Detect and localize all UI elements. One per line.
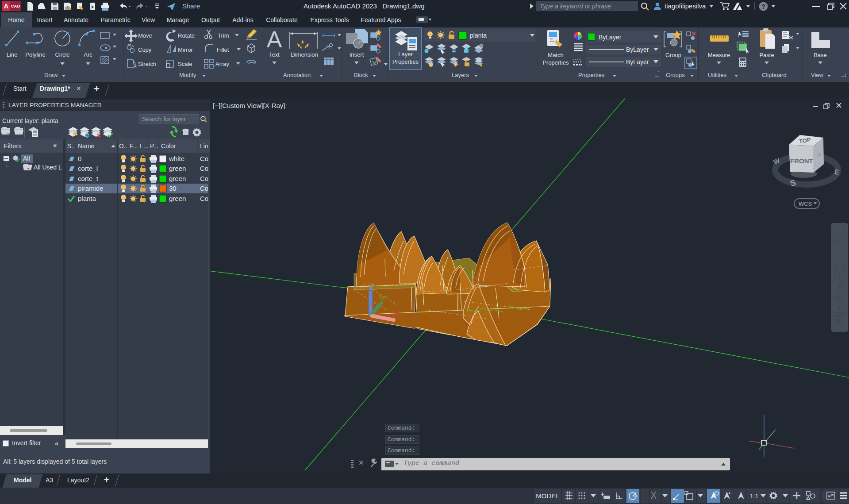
svg-text:ByLayer: ByLayer (626, 58, 649, 65)
svg-text:Fillet: Fillet (217, 46, 229, 53)
svg-text:Match: Match (548, 52, 563, 58)
svg-text:Mirror: Mirror (178, 46, 193, 53)
svg-text:Arc: Arc (84, 51, 92, 58)
svg-text:green: green (169, 165, 186, 172)
svg-text:Stretch: Stretch (138, 61, 156, 67)
svg-text:1:1: 1:1 (750, 492, 759, 500)
svg-text:Text: Text (269, 51, 280, 58)
svg-text:A: A (267, 27, 282, 52)
svg-text:S: S (789, 177, 797, 188)
svg-text:Paste: Paste (759, 52, 774, 58)
svg-text:Dimension: Dimension (291, 51, 318, 58)
svg-text:Polyline: Polyline (25, 51, 46, 58)
svg-text:Move: Move (138, 32, 152, 39)
svg-text:planta: planta (470, 32, 487, 39)
svg-text:Properties: Properties (542, 59, 569, 66)
svg-text:Co: Co (200, 175, 208, 182)
svg-text:Circle: Circle (55, 51, 69, 58)
svg-text:FRONT: FRONT (790, 157, 813, 165)
svg-text:green: green (169, 195, 186, 202)
svg-text:Co: Co (200, 185, 208, 192)
svg-text:Line: Line (7, 51, 18, 58)
svg-text:Scale: Scale (178, 61, 192, 67)
svg-text:Copy: Copy (138, 46, 152, 53)
svg-text:Rotate: Rotate (178, 32, 195, 39)
svg-text:Base: Base (814, 52, 827, 58)
svg-text:white: white (169, 155, 184, 162)
svg-text:30: 30 (169, 185, 177, 192)
svg-text:Co: Co (200, 165, 208, 172)
svg-text:green: green (169, 175, 186, 182)
svg-text:[−][Custom View][X-Ray]:: [−][Custom View][X-Ray]: (213, 102, 287, 109)
svg-text:Insert: Insert (350, 51, 364, 58)
svg-text:ByLayer: ByLayer (626, 46, 649, 53)
svg-text:Trim: Trim (218, 32, 229, 39)
svg-text:Array: Array (215, 61, 230, 67)
svg-text:Measure: Measure (708, 52, 730, 58)
svg-text:Group: Group (665, 52, 681, 58)
svg-text:WCS: WCS (799, 200, 812, 207)
svg-text:Co: Co (200, 155, 208, 162)
svg-text:ByLayer: ByLayer (599, 34, 622, 41)
svg-text:Co: Co (200, 195, 208, 202)
